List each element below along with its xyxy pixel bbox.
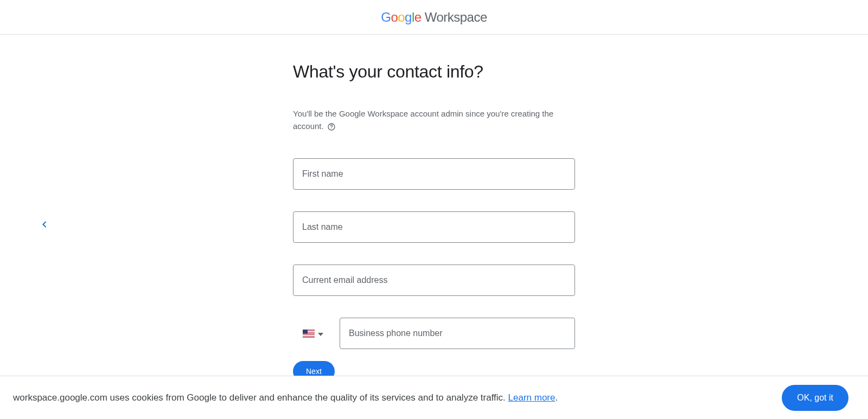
header: Google Workspace [0, 0, 868, 35]
email-input[interactable] [293, 265, 575, 296]
admin-description: You'll be the Google Workspace account a… [293, 108, 575, 132]
chevron-down-icon [318, 328, 323, 338]
main-content: What's your contact info? You'll be the … [0, 35, 868, 382]
cookie-message: workspace.google.com uses cookies from G… [13, 392, 558, 403]
svg-point-1 [331, 128, 331, 128]
back-button[interactable] [39, 219, 50, 232]
country-code-selector[interactable] [301, 324, 326, 343]
page-title: What's your contact info? [293, 62, 575, 82]
cookie-text: workspace.google.com uses cookies from G… [13, 392, 508, 403]
help-icon[interactable] [327, 123, 336, 131]
learn-more-link[interactable]: Learn more [508, 392, 556, 403]
phone-input[interactable] [340, 318, 575, 349]
signup-form: What's your contact info? You'll be the … [293, 62, 575, 382]
logo-product-text: Workspace [425, 10, 487, 25]
cookie-accept-button[interactable]: OK, got it [782, 385, 848, 411]
chevron-left-icon [39, 222, 50, 231]
google-workspace-logo: Google Workspace [381, 10, 487, 25]
first-name-input[interactable] [293, 158, 575, 190]
cookie-banner: workspace.google.com uses cookies from G… [0, 376, 868, 419]
last-name-input[interactable] [293, 211, 575, 243]
phone-row [293, 318, 575, 349]
cookie-period: . [555, 392, 558, 403]
us-flag-icon [303, 330, 315, 338]
